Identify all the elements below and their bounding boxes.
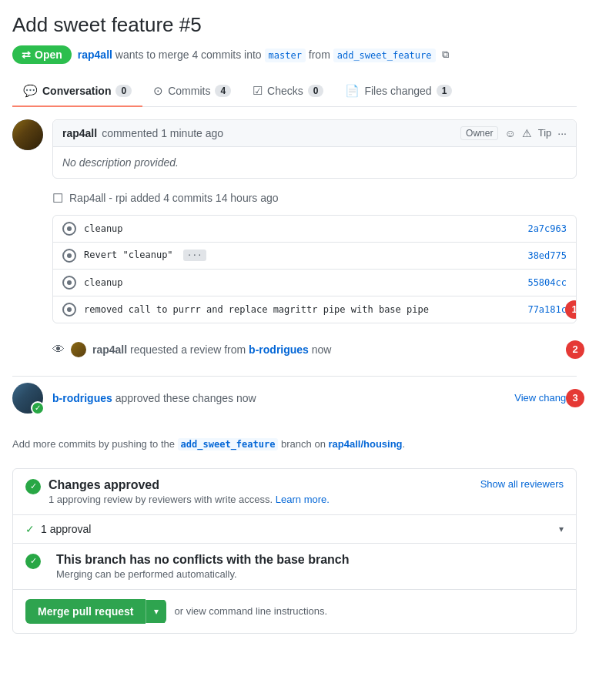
approved-status-icon: ✓: [25, 479, 41, 494]
status-card-no-conflict: ✓ This branch has no conflicts with the …: [13, 544, 576, 590]
checks-tab-icon: ☑: [253, 84, 263, 98]
tip-label: Tip: [538, 127, 552, 139]
commit-message: cleanup: [84, 223, 520, 234]
requester-avatar: [71, 342, 86, 357]
table-row: cleanup 55804cc: [53, 270, 576, 296]
tab-checks[interactable]: ☑ Checks 0: [242, 76, 334, 107]
merge-pull-request-button[interactable]: Merge pull request ▾: [25, 599, 166, 624]
comment-header-right: Owner ☺ ⚠ Tip ···: [460, 126, 567, 140]
commit-dot-icon: [62, 249, 76, 263]
status-card-left: ✓ Changes approved 1 approving review by…: [25, 478, 330, 505]
commit-hash[interactable]: 77a181c: [527, 304, 567, 315]
repo-link[interactable]: rap4all/housing: [328, 438, 402, 450]
comment-header: rap4all commented 1 minute ago Owner ☺ ⚠…: [53, 120, 576, 147]
approval-expand-left: ✓ 1 approval: [25, 523, 91, 535]
commenter-avatar: [12, 119, 43, 150]
commit-message: cleanup: [84, 277, 520, 288]
approved-subtitle: 1 approving review by reviewers with wri…: [49, 494, 330, 505]
status-cards: ⇄ ✓ Changes approved 1 approving review …: [12, 468, 577, 634]
comment-card: rap4all commented 1 minute ago Owner ☺ ⚠…: [52, 119, 577, 179]
checks-count: 0: [308, 85, 324, 97]
files-count: 1: [437, 85, 453, 97]
table-row: Revert "cleanup" ··· 38ed775: [53, 243, 576, 270]
commits-tab-icon: ⊙: [153, 84, 163, 98]
commit-hash[interactable]: 38ed775: [527, 250, 567, 261]
pr-meta-text: rap4all wants to merge 4 commits into ma…: [78, 49, 436, 61]
merge-area: Merge pull request ▾ or view command lin…: [13, 590, 576, 633]
tab-conversation[interactable]: 💬 Conversation 0: [12, 76, 142, 107]
more-options-icon[interactable]: ···: [557, 127, 567, 139]
merge-or-text: or view command line instructions.: [174, 605, 327, 617]
commits-header: ☐ Rap4all - rpi added 4 commits 14 hours…: [52, 191, 577, 206]
commit-ellipsis[interactable]: ···: [183, 250, 206, 261]
annotation-2: 2: [566, 340, 584, 359]
annotation-3: 3: [566, 389, 584, 407]
copy-branch-icon[interactable]: ⧉: [442, 49, 449, 61]
pr-author-link[interactable]: rap4all: [78, 49, 112, 61]
status-card-header: ✓ Changes approved 1 approving review by…: [25, 478, 564, 505]
commits-count: 4: [215, 85, 231, 97]
tab-commits[interactable]: ⊙ Commits 4: [142, 76, 242, 107]
approval-text: b-rodrigues approved these changes now: [52, 392, 505, 404]
no-conflict-status-icon: ✓: [25, 554, 41, 569]
comment-time: commented 1 minute ago: [102, 127, 223, 139]
status-card-no-conflict-left: ✓ This branch has no conflicts with the …: [25, 553, 564, 580]
tip-icon[interactable]: ⚠: [522, 127, 532, 139]
commit-dot-icon: [62, 222, 76, 236]
eye-icon: 👁: [52, 343, 65, 357]
merge-btn-main[interactable]: Merge pull request: [25, 599, 146, 624]
show-reviewers-button[interactable]: Show all reviewers: [480, 478, 564, 490]
pr-icon: ⇄: [22, 49, 31, 61]
approval-row: ✓ b-rodrigues approved these changes now…: [12, 376, 577, 420]
commit-message: removed call to purrr and replace magrit…: [84, 304, 520, 315]
tab-files-changed[interactable]: 📄 Files changed 1: [334, 76, 463, 107]
commit-hash[interactable]: 55804cc: [527, 277, 567, 288]
open-badge: ⇄ Open: [12, 45, 72, 64]
commits-section: ☐ Rap4all - rpi added 4 commits 14 hours…: [52, 191, 577, 323]
pr-title: Add sweet feature #5: [12, 12, 577, 38]
review-request-text: rap4all requested a review from b-rodrig…: [92, 343, 331, 356]
learn-more-link[interactable]: Learn more.: [276, 494, 330, 505]
review-request: 👁 rap4all requested a review from b-rodr…: [52, 336, 577, 363]
emoji-icon[interactable]: ☺: [504, 127, 515, 139]
commit-dot-icon: [62, 276, 76, 290]
comment-section: rap4all commented 1 minute ago Owner ☺ ⚠…: [12, 119, 577, 179]
approved-title: Changes approved: [49, 478, 330, 492]
comment-header-left: rap4all commented 1 minute ago: [62, 127, 223, 139]
owner-badge: Owner: [460, 126, 498, 140]
commit-message: Revert "cleanup" ···: [84, 250, 520, 261]
approver-avatar-container: ✓: [12, 383, 43, 414]
checkmark-icon: ✓: [25, 523, 35, 535]
head-branch[interactable]: add_sweet_feature: [333, 49, 436, 62]
approval-expand[interactable]: ✓ 1 approval ▾: [13, 515, 576, 544]
commenter-avatar-img: [12, 119, 43, 150]
files-tab-icon: 📄: [345, 84, 360, 98]
status-card-approved: ✓ Changes approved 1 approving review by…: [13, 469, 576, 515]
merge-dropdown-icon[interactable]: ▾: [146, 600, 166, 623]
table-row: cleanup 2a7c963: [53, 216, 576, 243]
commit-hash[interactable]: 2a7c963: [527, 223, 567, 234]
commits-list: cleanup 2a7c963 Revert "cleanup" ··· 38e…: [52, 215, 577, 323]
commenter-name[interactable]: rap4all: [62, 127, 97, 139]
chevron-down-icon: ▾: [559, 524, 564, 534]
no-conflict-subtitle: Merging can be performed automatically.: [56, 568, 350, 580]
status-card-info: Changes approved 1 approving review by r…: [49, 478, 330, 505]
commits-header-icon: ☐: [52, 191, 63, 206]
conversation-tab-icon: 💬: [23, 84, 38, 98]
annotation-1: 1: [565, 300, 577, 319]
comment-body: No description provided.: [53, 147, 576, 178]
no-conflict-title: This branch has no conflicts with the ba…: [56, 553, 350, 567]
pr-meta: ⇄ Open rap4all wants to merge 4 commits …: [12, 45, 577, 64]
no-conflict-info: This branch has no conflicts with the ba…: [56, 553, 350, 580]
tabs: 💬 Conversation 0 ⊙ Commits 4 ☑ Checks 0 …: [12, 76, 577, 107]
info-bar: Add more commits by pushing to the add_s…: [12, 432, 577, 456]
commit-dot-icon: [62, 303, 76, 317]
push-branch-name: add_sweet_feature: [178, 438, 279, 450]
table-row: removed call to purrr and replace magrit…: [53, 296, 576, 323]
approved-check-icon: ✓: [31, 401, 45, 415]
conversation-count: 0: [115, 85, 132, 97]
base-branch[interactable]: master: [265, 49, 306, 62]
